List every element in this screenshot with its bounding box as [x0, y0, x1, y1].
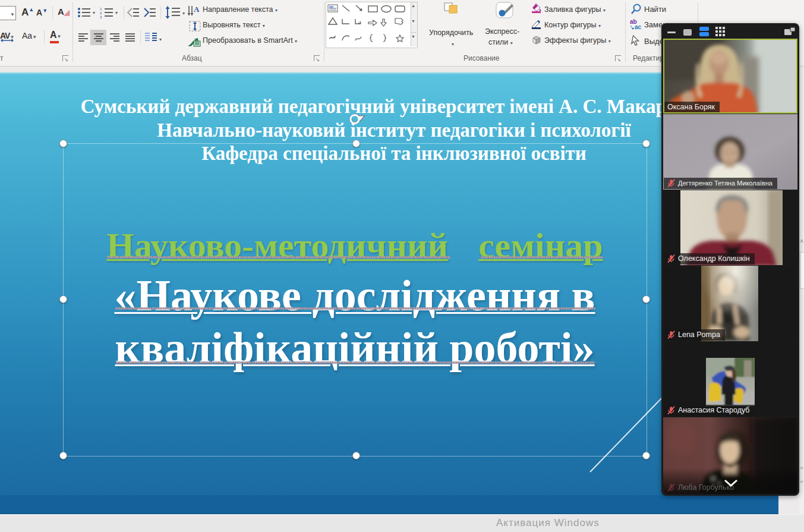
svg-text:2: 2 — [100, 11, 102, 15]
svg-text:3: 3 — [100, 15, 102, 18]
svg-text:А: А — [194, 5, 200, 14]
svg-text:▾: ▾ — [115, 10, 118, 15]
svg-text:ac: ac — [635, 24, 642, 30]
svg-text:▾: ▾ — [182, 11, 185, 16]
svg-text:1: 1 — [100, 7, 102, 11]
svg-text:▾: ▾ — [93, 10, 95, 15]
